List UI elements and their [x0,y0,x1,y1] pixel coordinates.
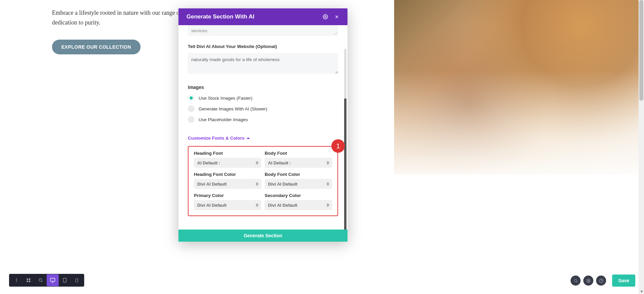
radio-label: Generate Images With AI (Slower) [199,106,267,111]
secondary-color-select[interactable]: Divi AI Default [265,200,332,210]
svg-marker-21 [587,279,590,281]
close-button[interactable] [332,12,341,21]
primary-color-label: Primary Color [194,193,261,198]
sort-icon [256,161,259,164]
svg-point-5 [16,281,17,282]
modal-header: Generate Section With AI [178,8,347,25]
layers-button[interactable] [583,276,593,286]
resize-handle-icon[interactable] [334,32,337,35]
body-font-label: Body Font [265,151,332,156]
desktop-view-button[interactable] [47,274,59,286]
tablet-view-button[interactable] [59,274,71,286]
svg-point-4 [16,280,17,281]
save-button[interactable]: Save [612,275,635,287]
prompt-text-fragment: services. [191,28,208,33]
generate-section-modal: Generate Section With AI services. Tell … [178,8,347,242]
select-value: AI Default : [197,160,220,165]
svg-rect-12 [50,278,55,281]
search-icon [38,278,43,283]
generate-section-button[interactable]: Generate Section [178,230,347,242]
explore-collection-button[interactable]: EXPLORE OUR COLLECTION [52,40,141,54]
svg-rect-15 [63,278,66,282]
modal-title: Generate Section With AI [186,13,319,20]
select-value: Divi AI Default [268,203,298,208]
customize-link-label: Customize Fonts & Colors [188,136,245,141]
heading-font-label: Heading Font [194,151,261,156]
select-value: Divi AI Default [197,203,227,208]
modal-body[interactable]: services. Tell Divi AI About Your Websit… [178,25,347,230]
radio-label: Use Placeholder Images [199,117,248,122]
heading-font-select[interactable]: AI Default : [194,158,261,168]
select-value: AI Default : [268,160,291,165]
svg-rect-8 [27,281,28,282]
svg-rect-17 [76,279,78,282]
layers-icon [586,279,591,283]
zoom-button[interactable] [35,274,47,286]
search-button[interactable] [571,276,581,286]
builder-toolbar [9,274,84,287]
svg-point-3 [16,279,17,279]
svg-point-10 [39,279,42,281]
phone-icon [75,278,79,283]
heading-font-color-label: Heading Font Color [194,172,261,177]
radio-stock-images[interactable]: Use Stock Images (Faster) [188,95,338,101]
radio-placeholder-images[interactable]: Use Placeholder Images [188,116,338,123]
question-icon [599,279,603,283]
select-value: Divi AI Default [197,182,227,187]
sort-icon [327,161,329,164]
svg-line-11 [42,281,43,282]
scroll-down-icon[interactable]: ▼ [640,290,643,293]
svg-rect-6 [27,279,28,280]
primary-color-select[interactable]: Divi AI Default [194,200,261,210]
page-scroll-thumb[interactable] [639,0,643,101]
phone-view-button[interactable] [71,274,83,286]
builder-actions: Save [571,275,635,287]
website-field-label: Tell Divi AI About Your Website (Optiona… [188,44,338,49]
gear-icon [323,14,328,19]
modal-scroll-thumb[interactable] [344,98,346,230]
modal-scrollbar[interactable] [344,49,346,230]
body-font-select[interactable]: AI Default : [265,158,332,168]
sort-icon [256,183,259,186]
more-vertical-icon [14,278,19,283]
body-font-color-label: Body Font Color [265,172,332,177]
desktop-icon [50,278,55,283]
hero-image [394,0,644,175]
radio-unselected-icon [188,116,195,123]
secondary-color-label: Secondary Color [265,193,332,198]
customize-fonts-colors-toggle[interactable]: Customize Fonts & Colors [188,136,250,141]
more-options-button[interactable] [10,274,22,286]
search-icon [574,279,578,283]
page-scrollbar[interactable]: ▼ [639,0,644,294]
sort-icon [327,204,329,207]
radio-selected-icon [188,95,195,101]
close-icon [334,14,339,19]
images-section-label: Images [188,85,338,90]
heading-font-color-select[interactable]: Divi AI Default [194,179,261,189]
svg-point-0 [325,16,326,17]
radio-label: Use Stock Images (Faster) [199,96,253,101]
help-button[interactable] [596,276,606,286]
sort-icon [256,204,259,207]
select-value: Divi AI Default [268,182,298,187]
wireframe-view-button[interactable] [22,274,35,286]
sort-icon [327,183,329,186]
fonts-colors-panel: 1 Heading Font AI Default : Body Font AI… [188,146,338,216]
svg-rect-7 [29,279,30,280]
svg-rect-9 [29,281,30,282]
svg-line-20 [577,282,577,282]
radio-ai-images[interactable]: Generate Images With AI (Slower) [188,105,338,112]
body-font-color-select[interactable]: Divi AI Default [265,179,332,189]
radio-unselected-icon [188,105,195,112]
website-description-textarea[interactable] [188,53,338,74]
annotation-badge: 1 [331,139,345,153]
prompt-textarea-partial[interactable]: services. [188,25,338,36]
svg-point-19 [574,279,577,282]
settings-button[interactable] [321,12,330,21]
tablet-icon [62,278,67,283]
grid-icon [26,278,31,283]
chevron-up-icon [247,137,250,139]
